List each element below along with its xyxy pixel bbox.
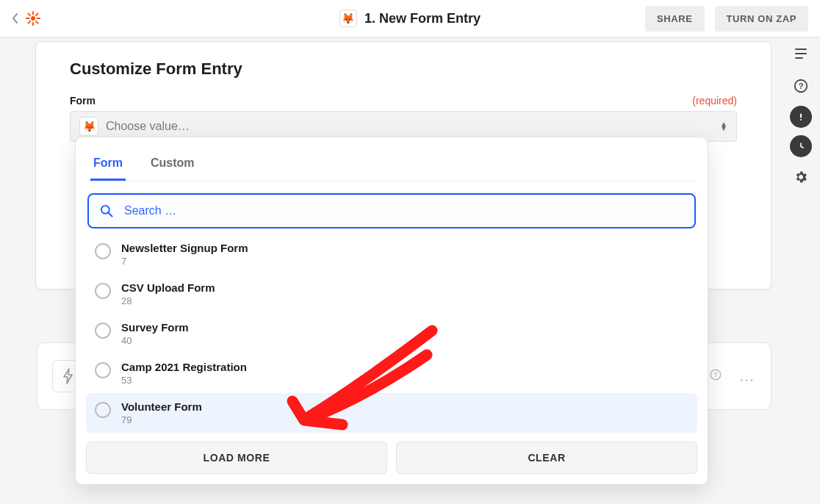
option-id: 28 — [121, 295, 215, 306]
select-placeholder: Choose value… — [106, 120, 190, 133]
settings-icon[interactable] — [788, 165, 813, 190]
card-heading: Customize Form Entry — [70, 60, 737, 79]
option-id: 40 — [121, 335, 189, 346]
search-icon — [99, 204, 114, 218]
alert-icon[interactable] — [790, 106, 812, 128]
svg-rect-16 — [800, 119, 802, 120]
tab-form[interactable]: Form — [90, 151, 126, 181]
required-label: (required) — [692, 95, 737, 107]
option-id: 53 — [121, 375, 247, 386]
form-field-label: Form — [70, 95, 96, 107]
wpforms-app-icon: 🦊 — [339, 10, 357, 27]
top-bar: 🦊 1. New Form Entry SHARE TURN ON ZAP — [0, 0, 820, 37]
notes-icon[interactable] — [788, 41, 813, 66]
option-label: Newsletter Signup Form — [121, 242, 248, 254]
clear-button[interactable]: CLEAR — [396, 442, 697, 474]
svg-rect-5 — [35, 12, 39, 16]
tab-custom[interactable]: Custom — [148, 151, 198, 181]
svg-rect-7 — [27, 12, 31, 16]
svg-rect-15 — [800, 114, 802, 118]
right-rail: ? — [785, 41, 817, 190]
annotation-arrow — [278, 322, 447, 439]
svg-line-21 — [109, 213, 112, 217]
dropdown-tabs: Form Custom — [86, 148, 697, 181]
radio-icon — [95, 402, 111, 418]
option-id: 7 — [121, 256, 248, 267]
search-input[interactable] — [123, 204, 684, 218]
radio-icon — [95, 362, 111, 378]
option-item[interactable]: CSV Upload Form 28 — [86, 274, 697, 314]
radio-icon — [95, 323, 111, 339]
option-label: Volunteer Form — [121, 400, 202, 413]
step-more-icon[interactable]: … — [738, 367, 756, 386]
wpforms-app-icon: 🦊 — [79, 117, 98, 136]
svg-rect-4 — [37, 18, 41, 19]
history-icon[interactable] — [790, 135, 812, 157]
search-box[interactable] — [87, 193, 696, 228]
back-chevron-icon[interactable] — [12, 13, 19, 24]
share-button[interactable]: SHARE — [645, 6, 705, 32]
option-label: Survey Form — [121, 321, 189, 334]
radio-icon — [95, 243, 111, 259]
select-chevron-icon: ▲▼ — [720, 122, 727, 131]
svg-rect-8 — [35, 21, 39, 24]
option-label: CSV Upload Form — [121, 281, 215, 294]
svg-text:?: ? — [799, 82, 804, 90]
page-title: 1. New Form Entry — [364, 11, 481, 26]
svg-rect-2 — [32, 22, 34, 26]
option-id: 79 — [121, 414, 202, 425]
turn-on-zap-button[interactable]: TURN ON ZAP — [715, 6, 808, 32]
svg-rect-1 — [32, 11, 34, 15]
svg-rect-6 — [27, 21, 31, 24]
option-label: Camp 2021 Registration — [121, 361, 247, 373]
load-more-button[interactable]: LOAD MORE — [86, 442, 387, 474]
svg-point-0 — [31, 16, 35, 21]
step-help-icon[interactable]: ? — [709, 368, 722, 384]
help-icon[interactable]: ? — [788, 73, 813, 98]
radio-icon — [95, 283, 111, 299]
svg-rect-3 — [26, 18, 30, 19]
option-item[interactable]: Newsletter Signup Form 7 — [86, 234, 697, 274]
zapier-logo-icon — [25, 10, 41, 26]
svg-text:?: ? — [713, 372, 717, 378]
